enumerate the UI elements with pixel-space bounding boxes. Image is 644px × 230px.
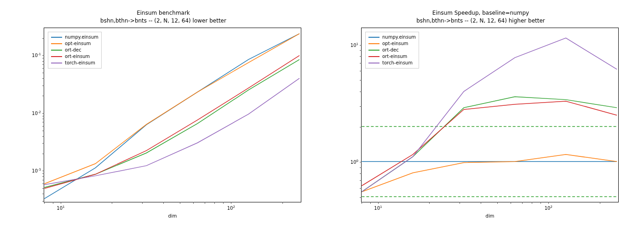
legend-label: ort-dec <box>382 47 399 52</box>
ytick-label: 100 <box>351 159 358 165</box>
plot-area-left: numpy.einsumopt-einsumort-decort-einsumt… <box>44 28 301 202</box>
series-line <box>44 59 299 187</box>
legend-swatch <box>368 37 380 38</box>
xtick-label: 102 <box>545 205 552 211</box>
series-line <box>362 101 617 186</box>
legend-swatch <box>368 50 380 51</box>
chart-title-left: Einsum benchmarkbshn,bthn->bnts -- (2, N… <box>12 9 315 25</box>
legend-swatch <box>51 56 62 57</box>
legend-item: torch-einsum <box>368 60 416 66</box>
legend-swatch <box>368 63 380 63</box>
legend-right: numpy.einsumopt-einsumort-decort-einsumt… <box>365 32 419 69</box>
legend-item: numpy.einsum <box>51 34 98 40</box>
legend-left: numpy.einsumopt-einsumort-decort-einsumt… <box>48 32 102 69</box>
chart-title-right: Einsum Speedup, baseline=numpybshn,bthn-… <box>329 9 632 25</box>
legend-label: torch-einsum <box>65 60 95 65</box>
ytick-label: 10-1 <box>32 52 41 58</box>
legend-swatch <box>368 56 380 57</box>
legend-label: ort-einsum <box>382 54 407 59</box>
legend-item: ort-dec <box>368 47 416 53</box>
chart-benchmark: Einsum benchmarkbshn,bthn->bnts -- (2, N… <box>12 9 315 221</box>
legend-item: ort-dec <box>51 47 98 53</box>
legend-label: opt-einsum <box>65 41 91 46</box>
legend-label: numpy.einsum <box>65 34 98 40</box>
ytick-label: 10-3 <box>32 168 41 173</box>
legend-swatch <box>368 43 380 44</box>
series-line <box>362 154 617 191</box>
legend-label: ort-dec <box>65 47 81 52</box>
xlabel-right: dim <box>361 213 619 218</box>
legend-label: numpy.einsum <box>382 34 416 40</box>
legend-label: ort-einsum <box>65 54 90 59</box>
chart-speedup: Einsum Speedup, baseline=numpybshn,bthn-… <box>329 9 632 221</box>
xtick-label: 101 <box>57 205 64 211</box>
ytick-label: 10-2 <box>32 110 41 116</box>
xtick-label: 101 <box>374 205 382 211</box>
legend-item: opt-einsum <box>51 40 98 47</box>
plot-area-right: numpy.einsumopt-einsumort-decort-einsumt… <box>361 28 619 202</box>
legend-label: opt-einsum <box>382 41 408 46</box>
xlabel-left: dim <box>44 213 301 218</box>
legend-swatch <box>51 37 62 38</box>
legend-swatch <box>51 43 62 44</box>
legend-swatch <box>51 63 62 63</box>
legend-item: ort-einsum <box>51 53 98 60</box>
legend-label: torch-einsum <box>382 60 413 65</box>
legend-item: torch-einsum <box>51 60 98 66</box>
legend-swatch <box>51 50 62 51</box>
legend-item: opt-einsum <box>368 40 416 47</box>
xtick-label: 102 <box>227 205 235 211</box>
ytick-label: 101 <box>351 42 358 48</box>
legend-item: ort-einsum <box>368 53 416 60</box>
legend-item: numpy.einsum <box>368 34 416 40</box>
